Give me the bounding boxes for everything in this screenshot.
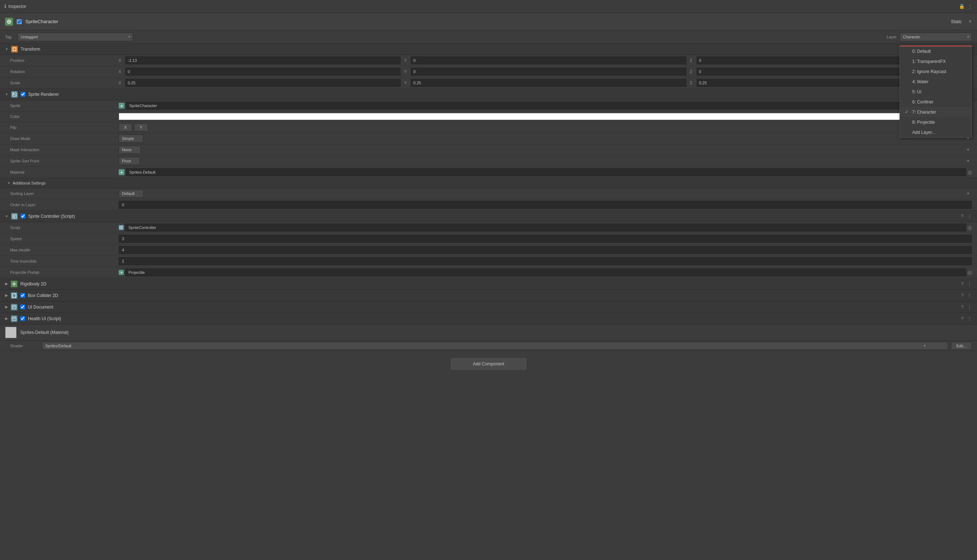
rot-y-input[interactable] [411, 68, 686, 76]
speed-input[interactable] [119, 235, 972, 243]
scroll-content: SpriteCharacter Static ▼ Tag Untagged ▼ … [0, 13, 977, 560]
layer-item-add-layer[interactable]: Add Layer... [900, 127, 972, 137]
script-row: Script SpriteController ◎ [0, 222, 977, 233]
tag-layer-row: Tag Untagged ▼ Layer Character ▼ [0, 30, 977, 43]
rigidbody2d-menu-icon[interactable]: ⋮ [967, 281, 972, 287]
sprite-renderer-icon [11, 91, 18, 98]
rot-z-label: Z [690, 70, 696, 74]
order-in-layer-input[interactable] [119, 201, 972, 209]
menu-icon[interactable]: ⋮ [968, 3, 973, 9]
static-dropdown-arrow[interactable]: ▼ [968, 20, 972, 23]
transform-collapse-arrow[interactable]: ▼ [5, 47, 8, 51]
pos-y-input[interactable] [411, 57, 686, 64]
sprite-label: Sprite [10, 103, 119, 108]
box-collider-header-right: ? ⋮ [961, 293, 972, 298]
scale-xyz: X Y Z [119, 79, 972, 87]
material-value: Sprites-Default [126, 168, 966, 176]
sprite-controller-help-icon[interactable]: ? [961, 213, 964, 219]
ui-document-menu-icon[interactable]: ⋮ [967, 304, 972, 310]
layer-item-projectile[interactable]: 8: Projectile [900, 117, 972, 127]
sorting-layer-dropdown[interactable]: Default [119, 190, 143, 198]
sprite-renderer-enabled-checkbox[interactable] [21, 92, 25, 97]
sprite-value: SpriteCharacter [126, 102, 966, 110]
material-select-icon[interactable]: ◎ [968, 169, 972, 175]
add-component-button[interactable]: Add Component [451, 358, 527, 370]
mask-interaction-arrow: ▼ [967, 148, 970, 152]
sprite-asset-icon: ◈ [119, 103, 125, 108]
layer-item-ui[interactable]: 5: UI [900, 87, 972, 97]
layer-item-ignore-raycast[interactable]: 2: Ignore Raycast [900, 67, 972, 77]
time-invincible-input[interactable] [119, 257, 972, 265]
mask-interaction-label: Mask Interaction [10, 148, 119, 152]
gameobject-active-checkbox[interactable] [17, 19, 22, 24]
scale-y-input[interactable] [411, 79, 686, 87]
health-ui-enabled-checkbox[interactable] [20, 316, 25, 321]
shader-edit-button[interactable]: Edit... [951, 342, 972, 350]
layer-item-confiner[interactable]: 6: Confiner [900, 97, 972, 107]
projectile-select-icon[interactable]: ◎ [968, 270, 972, 275]
pos-x-label: X [119, 58, 125, 63]
script-select-icon[interactable]: ◎ [968, 225, 972, 230]
ui-document-expand-arrow[interactable]: ▶ [5, 305, 8, 309]
health-ui-title: Health UI (Script) [28, 316, 61, 321]
box-collider-enabled-checkbox[interactable] [20, 293, 25, 298]
flip-x-button[interactable]: X [119, 123, 132, 131]
panel-title: Inspector [8, 4, 26, 9]
health-ui-menu-icon[interactable]: ⋮ [967, 316, 972, 321]
draw-mode-dropdown[interactable]: Simple [119, 135, 143, 143]
ui-document-title: UI Document [28, 305, 53, 310]
time-invincible-label: Time Invincible [10, 259, 119, 263]
layer-item-default[interactable]: 0: Default [900, 46, 972, 57]
ui-document-help-icon[interactable]: ? [961, 304, 964, 310]
ui-document-enabled-checkbox[interactable] [20, 305, 25, 309]
box-collider-expand-arrow[interactable]: ▶ [5, 293, 8, 298]
pos-x-input[interactable] [125, 57, 400, 64]
transform-icon [11, 46, 18, 52]
scale-z-label: Z [690, 81, 696, 85]
health-ui-expand-arrow[interactable]: ▶ [5, 316, 8, 321]
layer-select[interactable]: Character [900, 33, 972, 41]
max-health-input[interactable] [119, 246, 972, 254]
sprite-controller-title: Sprite Controller (Script) [28, 214, 75, 219]
sprite-controller-enabled-checkbox[interactable] [21, 214, 25, 218]
color-swatch[interactable] [119, 113, 972, 120]
material-prop-row: Material ◈ Sprites-Default ◎ [0, 167, 977, 178]
box-collider-menu-icon[interactable]: ⋮ [967, 293, 972, 298]
sorting-layer-arrow: ▼ [967, 192, 970, 195]
rotation-row: Rotation X Y Z [0, 66, 977, 77]
flip-y-button[interactable]: Y [134, 123, 148, 131]
layer-item-transparentfx[interactable]: 1: TransparentFX [900, 57, 972, 67]
lock-icon[interactable]: 🔒 [959, 3, 965, 9]
layer-dropdown-popup: 0: Default 1: TransparentFX 2: Ignore Ra… [900, 46, 972, 138]
rot-x-input[interactable] [125, 68, 400, 76]
sprite-controller-menu-icon[interactable]: ⋮ [967, 213, 972, 219]
material-asset-name: Sprites-Default (Material) [20, 330, 68, 335]
position-row: Position X Y Z [0, 55, 977, 66]
sprite-controller-collapse-arrow[interactable]: ▼ [5, 215, 8, 218]
draw-mode-row: Draw Mode Simple ▼ [0, 133, 977, 144]
rigidbody2d-help-icon[interactable]: ? [961, 281, 964, 287]
layer-item-character[interactable]: ✓ 7: Character [900, 107, 972, 117]
sprite-sort-label: Sprite Sort Point [10, 159, 119, 163]
material-asset-icon: ◈ [119, 169, 125, 175]
rigidbody2d-title: Rigidbody 2D [20, 282, 46, 287]
box-collider-help-icon[interactable]: ? [961, 293, 964, 298]
scale-x-input[interactable] [125, 79, 400, 87]
draw-mode-label: Draw Mode [10, 137, 119, 141]
mask-interaction-dropdown[interactable]: None [119, 146, 141, 154]
shader-label: Shader [10, 344, 39, 348]
health-ui-help-icon[interactable]: ? [961, 316, 964, 321]
sprite-controller-icon [11, 213, 18, 220]
order-in-layer-label: Order in Layer [10, 203, 119, 207]
sprite-row: Sprite ◈ SpriteCharacter ◎ [0, 100, 977, 112]
shader-dropdown[interactable]: Sprites/Default [42, 342, 948, 350]
rigidbody2d-expand-arrow[interactable]: ▶ [5, 282, 8, 286]
sprite-sort-dropdown[interactable]: Pivot [119, 157, 140, 165]
sprite-renderer-collapse-arrow[interactable]: ▼ [5, 93, 8, 96]
additional-settings-arrow[interactable]: ▼ [7, 181, 10, 185]
color-field[interactable] [119, 113, 972, 120]
tag-select[interactable]: Untagged [17, 33, 133, 41]
layer-item-water[interactable]: 4: Water [900, 77, 972, 87]
flip-label: Flip [10, 125, 119, 130]
health-ui-icon [11, 315, 17, 322]
